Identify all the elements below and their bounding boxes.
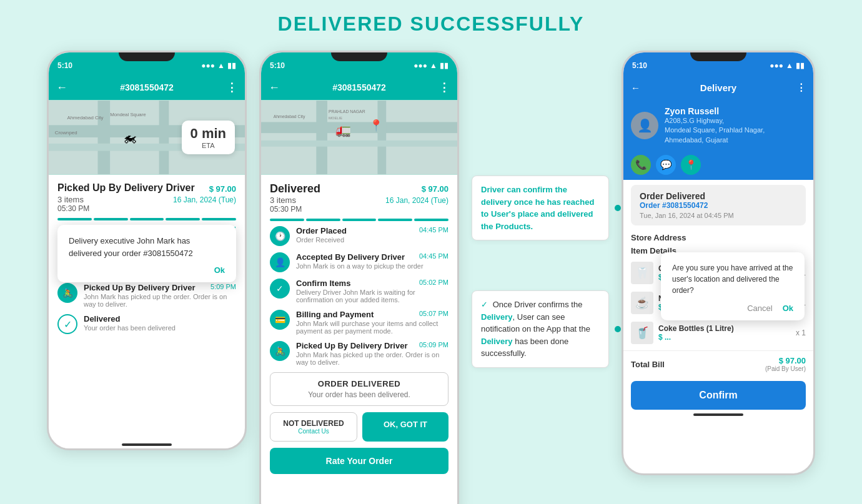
phone-2-section-title: Delivered (270, 182, 320, 195)
phone-2-time-row: 05:30 PM (270, 205, 448, 214)
p2-tl-icon-4: 💳 (270, 310, 290, 330)
phone-3-more-button[interactable]: ⋮ (796, 82, 806, 93)
svg-text:Crownped: Crownped (55, 130, 77, 136)
phone-3-ok-button[interactable]: Ok (783, 304, 793, 313)
tl-desc-pickup: John Mark has picked up the order. Order… (84, 293, 236, 308)
prog-4 (166, 218, 200, 220)
signal-icon-3: ●●● (770, 61, 783, 70)
svg-text:Mondeal Square: Mondeal Square (110, 112, 146, 117)
phone-1-progress (57, 218, 236, 220)
item-img-1: 🦷 (631, 262, 653, 284)
phone-3-notch-center (690, 52, 746, 61)
phone-2-header: ← #3081550472 ⋮ (261, 75, 457, 100)
p2-prog-2 (306, 219, 340, 221)
phone-3-confirm-dialog: Are you sure you have arrived at the use… (661, 252, 805, 320)
phone-3-total-value: $ 97.00 (765, 356, 806, 365)
phone-1-date: 16 Jan, 2024 (Tue) (173, 195, 236, 204)
prog-5 (202, 218, 236, 220)
phone-2-order-delivered-box: ORDER DELIVERED Your order has been deli… (270, 372, 448, 406)
phone-2-delivered-header: Delivered $ 97.00 3 items 16 Jan, 2024 (… (270, 182, 448, 214)
phone-1-more-button[interactable]: ⋮ (226, 81, 237, 94)
p2-tl-content-4: Billing and Payment 05:07 PM John Mark w… (296, 310, 448, 335)
p2-tl-title-4: Billing and Payment (296, 310, 374, 319)
p2-prog-3 (342, 219, 377, 221)
tl-icon-pickup: 🚴 (57, 283, 77, 303)
item-price-3: $ ... (658, 333, 734, 342)
phone-2-rate-order-button[interactable]: Rate Your Order (270, 448, 448, 474)
phone-2-ok-got-it-button[interactable]: OK, GOT IT (362, 412, 448, 442)
phone-1-bottom (49, 443, 245, 448)
phone-3-status-icons: ●●● ▲ ▮▮ (770, 61, 805, 70)
item-info-3: Coke Bottles (1 Litre) $ ... (658, 324, 734, 342)
ann-1-dot (615, 205, 621, 211)
phone-2-not-delivered-button[interactable]: NOT DELIVERED Contact Us (270, 412, 357, 442)
svg-rect-12 (261, 141, 457, 147)
phone-3-dialog-buttons: Cancel Ok (672, 304, 793, 313)
p2-tl-content-5: Picked Up By Delivery Driver 05:09 PM Jo… (296, 341, 448, 366)
p2-tl-time-5: 05:09 PM (419, 341, 448, 350)
phone-1-alert-popup: Delivery executive John Mark has deliver… (57, 225, 236, 282)
phone-1-back-button[interactable]: ← (56, 81, 67, 94)
tl-item-pickup: 🚴 Picked Up By Delivery Driver 5:09 PM J… (57, 283, 236, 308)
ann-1-text: Driver can confirm the delivery once he … (481, 185, 594, 231)
p2-tl-pickup: 🚴 Picked Up By Delivery Driver 05:09 PM … (270, 341, 448, 366)
phone-3-location-button[interactable]: 📍 (681, 155, 701, 175)
phone-2-map: Ahmedabad City PRAHLAD NAGAR MOELIE 🚛 📍 (261, 100, 457, 175)
phone-3-back-button[interactable]: ← (631, 82, 640, 93)
phone-2-od-title: ORDER DELIVERED (277, 379, 442, 388)
phone-2-back-button[interactable]: ← (269, 81, 280, 94)
battery-icon-2: ▮▮ (440, 61, 448, 70)
phone-3-total-paid: (Paid By User) (765, 365, 806, 372)
phone-2-timeline: 🕐 Order Placed 04:45 PM Order Received 👤… (270, 226, 448, 366)
phone-2-date: 16 Jan, 2024 (Tue) (385, 196, 448, 205)
p2-tl-time-4: 05:07 PM (419, 310, 448, 319)
phone-1-time: 5:10 (57, 61, 72, 70)
p2-tl-content-3: Confirm Items 05:02 PM Delivery Driver J… (296, 279, 448, 304)
phone-2-more-button[interactable]: ⋮ (438, 81, 450, 94)
p2-tl-icon-1: 🕐 (270, 226, 290, 246)
p2-tl-title-5: Picked Up By Delivery Driver (296, 341, 407, 350)
p2-tl-title-2: Accepted By Delivery Driver (296, 252, 405, 262)
phone-1-notch: 5:10 ●●● ▲ ▮▮ (49, 52, 245, 75)
svg-rect-10 (316, 101, 327, 174)
phones-row: 5:10 ●●● ▲ ▮▮ ← #3081550472 ⋮ Ahmedabad … (6, 51, 856, 504)
phone-1-alert-text: Delivery executive John Mark has deliver… (69, 235, 225, 259)
phone-2-time: 5:10 (270, 61, 285, 70)
phone-2-sub-row: 3 items 16 Jan, 2024 (Tue) (270, 195, 448, 205)
p2-tl-icon-3: ✓ (270, 279, 290, 299)
p2-tl-header-1: Order Placed 04:45 PM (296, 226, 448, 235)
annotation-2-box: ✓ Once Driver confirms the Delivery, Use… (472, 290, 609, 368)
prog-2 (94, 218, 128, 220)
tl-content-pickup: Picked Up By Delivery Driver 5:09 PM Joh… (84, 283, 236, 308)
tl-icon-delivered: ✓ (57, 314, 77, 334)
svg-rect-3 (159, 101, 169, 174)
phone-3-chat-button[interactable]: 💬 (656, 155, 676, 175)
phone-3-contact-icons: 📞 💬 📍 (623, 151, 813, 180)
p2-tl-content-2: Accepted By Delivery Driver 04:45 PM Joh… (296, 252, 448, 270)
phone-3-call-button[interactable]: 📞 (631, 155, 651, 175)
tl-title-delivered: Delivered (84, 314, 121, 324)
p2-tl-title-1: Order Placed (296, 226, 347, 235)
svg-rect-2 (98, 101, 111, 174)
phone-3-cancel-button[interactable]: Cancel (747, 304, 772, 313)
phone-2-progress (270, 219, 448, 221)
phone-2-od-sub: Your order has been delivered. (277, 390, 442, 399)
p2-tl-icon-2: 👤 (270, 252, 290, 272)
tl-desc-delivered: Your order has been delivered (84, 324, 236, 332)
phone-1-alert-ok-button[interactable]: Ok (69, 265, 225, 275)
wifi-icon-2: ▲ (430, 61, 437, 70)
svg-rect-11 (377, 101, 386, 174)
p2-tl-icon-5: 🚴 (270, 341, 290, 361)
p2-tl-desc-1: Order Received (296, 236, 448, 244)
not-delivered-label: NOT DELIVERED (273, 419, 354, 428)
phone-2-items: 3 items (270, 195, 296, 205)
p2-tl-order-placed: 🕐 Order Placed 04:45 PM Order Received (270, 226, 448, 246)
tl-header-pickup: Picked Up By Delivery Driver 5:09 PM (84, 283, 236, 292)
p2-tl-desc-2: John Mark is on a way to pickup the orde… (296, 262, 448, 270)
p2-prog-5 (414, 219, 448, 221)
phone-3-confirm-button[interactable]: Confirm (631, 381, 806, 410)
phone-1-price: $ 97.00 (209, 184, 236, 194)
phone-3-user-row: 👤 Zyon Russell A208,S.G Highway,Mondeal … (623, 100, 813, 151)
phone-3-home-indicator (693, 413, 743, 416)
phone-1-notch-center (119, 52, 175, 61)
